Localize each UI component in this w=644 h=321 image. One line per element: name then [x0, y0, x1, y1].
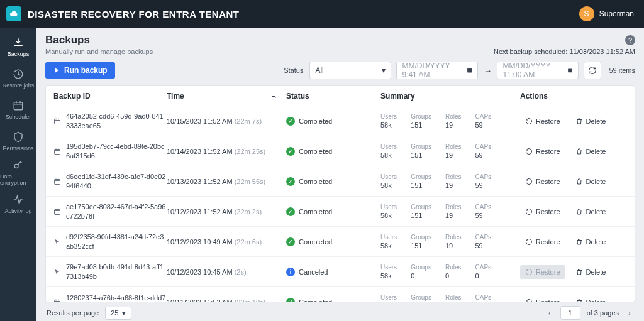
per-page-select[interactable]: 25 ▾ [105, 307, 131, 320]
table-row: d92f2358-90fd-4381-a24d-72e3ab352ccf 10/… [46, 227, 635, 257]
restore-icon [525, 238, 533, 246]
restore-button[interactable]: Restore [520, 114, 565, 128]
check-icon: ✓ [286, 147, 295, 156]
status-text: Completed [299, 148, 332, 155]
restore-button[interactable]: Restore [520, 144, 565, 158]
delete-button[interactable]: Delete [570, 295, 611, 302]
sidebar-item-scheduler[interactable]: Scheduler [0, 94, 36, 126]
delete-button[interactable]: Delete [570, 235, 611, 249]
help-icon[interactable]: ? [625, 35, 635, 45]
restore-button: Restore [520, 265, 565, 279]
backup-id-text: ae1750ee-8082-467d-a4f2-5a96c722b78f [66, 202, 167, 220]
play-icon [53, 67, 60, 74]
app-logo [6, 6, 21, 21]
restore-icon [525, 208, 533, 215]
next-backup-text: Next backup scheduled: 11/03/2023 11:52 … [494, 48, 635, 55]
svg-rect-5 [55, 119, 60, 124]
date-from-input[interactable]: MM/DD/YYYY 9:41 AM [396, 62, 478, 79]
delete-button[interactable]: Delete [570, 265, 611, 279]
col-status[interactable]: Status [286, 92, 380, 101]
backup-id-text: d6eed1fd-31df-439e-afe7-d0e0294f6440 [66, 172, 167, 190]
status-label: Status [284, 67, 303, 74]
sidebar-item-permissions[interactable]: Permissions [0, 126, 36, 157]
prev-page-button[interactable]: ‹ [545, 309, 554, 317]
calendar-icon [53, 148, 61, 155]
results-per-page-label: Results per page [47, 309, 99, 317]
calendar-icon [53, 298, 61, 302]
app-title: DISASTER RECOVERY FOR ENTRA TENANT [28, 9, 239, 19]
col-backup-id[interactable]: Backup ID [53, 92, 167, 101]
delete-button[interactable]: Delete [570, 144, 611, 158]
trash-icon [575, 148, 583, 155]
next-page-button[interactable]: › [625, 309, 634, 317]
backups-icon [13, 37, 24, 48]
status-text: Completed [299, 208, 332, 215]
svg-rect-7 [55, 179, 60, 184]
calendar-icon [53, 178, 61, 185]
restore-icon [525, 298, 533, 302]
chevron-down-icon: ▾ [382, 66, 386, 75]
item-count: 59 items [609, 67, 635, 74]
restore-icon [525, 268, 533, 276]
backup-time: 10/12/2023 10:49 AM (22m 6s) [167, 238, 286, 246]
username: Superman [599, 9, 634, 18]
calendar-icon [467, 67, 472, 74]
trash-icon [575, 298, 583, 302]
restore-icon [525, 178, 533, 185]
of-pages-text: of 3 pages [587, 309, 619, 317]
restore-button[interactable]: Restore [520, 235, 565, 249]
status-select[interactable]: All ▾ [309, 62, 391, 79]
calendar-icon [567, 67, 573, 74]
table-row: ae1750ee-8082-467d-a4f2-5a96c722b78f 10/… [46, 197, 635, 227]
trash-icon [575, 238, 583, 246]
svg-rect-0 [14, 102, 23, 110]
restore-button[interactable]: Restore [520, 295, 565, 302]
permissions-icon [13, 131, 24, 143]
backup-time: 10/15/2023 11:52 AM (22m 7s) [167, 117, 286, 125]
run-backup-button[interactable]: Run backup [45, 62, 115, 79]
chevron-down-icon: ▾ [122, 309, 126, 317]
page-input[interactable] [560, 306, 580, 320]
backup-time: 10/14/2023 11:52 AM (22m 25s) [167, 148, 286, 155]
table-row: d6eed1fd-31df-439e-afe7-d0e0294f6440 10/… [46, 166, 635, 197]
data-encryption-icon [13, 160, 24, 171]
status-text: Completed [299, 178, 332, 185]
sidebar-item-activity-log[interactable]: Activity log [0, 188, 36, 220]
topbar: DISASTER RECOVERY FOR ENTRA TENANT S Sup… [0, 0, 644, 28]
restore-jobs-icon [13, 68, 24, 80]
svg-rect-8 [55, 209, 60, 214]
restore-button[interactable]: Restore [520, 175, 565, 188]
restore-icon [525, 117, 533, 125]
scheduler-icon [13, 100, 24, 111]
page-subtitle: Manually run and manage backups [45, 48, 153, 55]
col-time[interactable]: Time [167, 92, 286, 101]
table-row: 12802374-a76b-4a68-8f1e-ddd7c347491e 10/… [46, 287, 635, 302]
table-row: 464a2052-cdd6-459d-9ad0-8413333eae65 10/… [46, 106, 635, 136]
date-to-input[interactable]: MM/DD/YYYY 11:00 AM [497, 62, 579, 79]
status-text: Completed [299, 117, 332, 125]
info-icon: i [286, 268, 295, 276]
svg-rect-6 [55, 149, 60, 154]
calendar-icon [53, 117, 61, 125]
status-text: Canceled [299, 268, 328, 276]
delete-button[interactable]: Delete [570, 205, 611, 219]
svg-rect-4 [569, 68, 573, 72]
activity-log-icon [13, 194, 24, 205]
avatar[interactable]: S [579, 6, 594, 21]
sidebar-item-restore-jobs[interactable]: Restore jobs [0, 63, 36, 94]
refresh-icon [588, 66, 597, 75]
calendar-icon [53, 208, 61, 215]
sidebar: Backups Restore jobs Scheduler Permissio… [0, 28, 36, 321]
refresh-button[interactable] [584, 62, 601, 79]
delete-button[interactable]: Delete [570, 175, 611, 188]
check-icon: ✓ [286, 117, 295, 126]
check-icon: ✓ [286, 237, 295, 246]
trash-icon [575, 117, 583, 125]
backup-time: 10/11/2023 11:52 AM (23m 10s) [167, 298, 286, 302]
sidebar-item-data-encryption[interactable]: Data encryption [0, 157, 36, 188]
backup-table: Backup ID Time Status Summary Actions 46… [45, 85, 635, 302]
sidebar-item-backups[interactable]: Backups [0, 31, 36, 63]
restore-button[interactable]: Restore [520, 205, 565, 219]
backup-id-text: 464a2052-cdd6-459d-9ad0-8413333eae65 [66, 112, 167, 130]
delete-button[interactable]: Delete [570, 114, 611, 128]
